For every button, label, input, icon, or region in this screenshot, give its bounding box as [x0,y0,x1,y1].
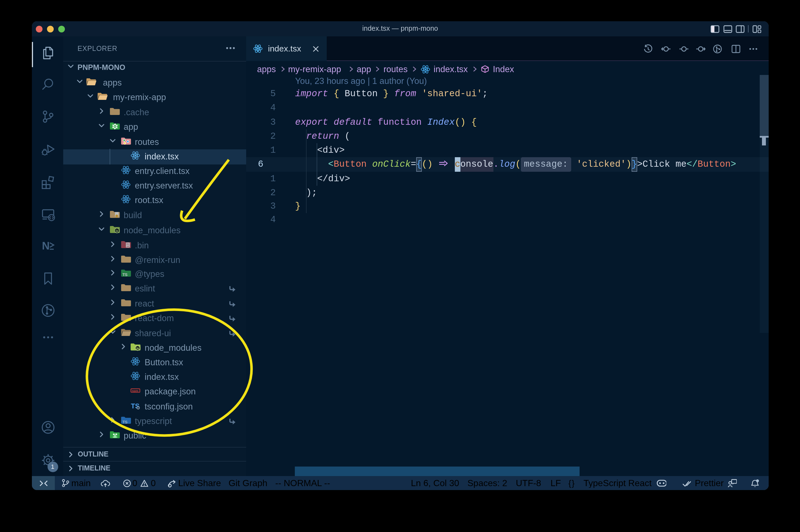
svg-text:js: js [136,346,139,350]
svg-text:N: N [42,240,50,251]
svg-text:TS: TS [122,420,127,424]
svg-text:10: 10 [126,245,129,248]
svg-text:js: js [115,229,118,232]
svg-text:npm: npm [132,390,138,393]
svg-text:TS: TS [122,273,127,277]
